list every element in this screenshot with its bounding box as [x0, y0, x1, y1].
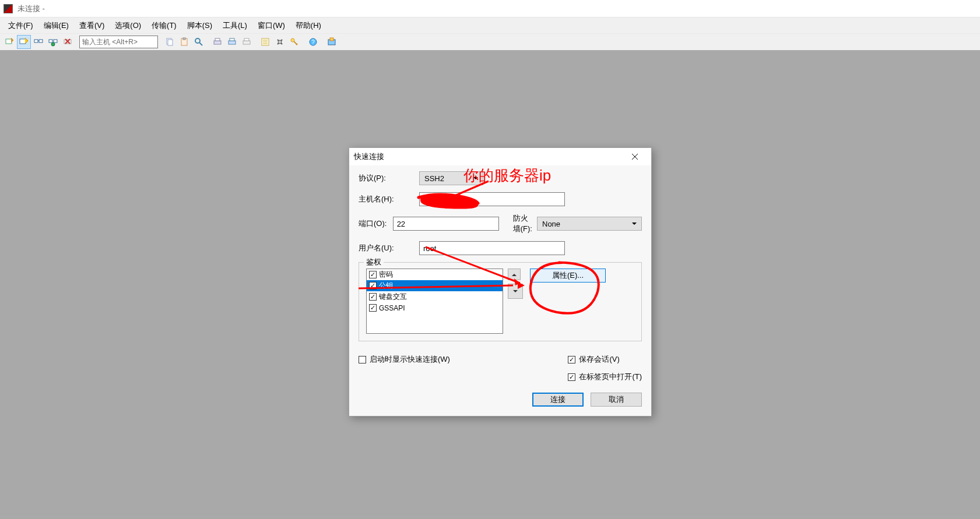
firewall-value: None: [542, 220, 560, 228]
svg-rect-14: [215, 38, 220, 41]
app-icon: [3, 4, 13, 13]
save-session-label: 保存会话(V): [579, 354, 619, 365]
checkbox-icon: [568, 356, 575, 363]
connect-label: 连接: [550, 394, 565, 405]
menu-view[interactable]: 查看(V): [75, 18, 109, 33]
label-username: 用户名(U):: [359, 243, 419, 253]
auth-method-list[interactable]: 密码公钥键盘交互GSSAPI: [366, 269, 503, 334]
svg-rect-17: [243, 41, 250, 44]
menu-help[interactable]: 帮助(H): [291, 18, 326, 33]
print-screen-icon[interactable]: [225, 35, 239, 49]
auth-item-label: 键盘交互: [379, 292, 407, 302]
firewall-dropdown[interactable]: None: [537, 217, 642, 231]
connect-button[interactable]: 连接: [532, 393, 584, 407]
show-on-start-checkbox[interactable]: 启动时显示快速连接(W): [359, 354, 450, 365]
label-protocol: 协议(P):: [359, 173, 419, 183]
paste-icon[interactable]: [177, 35, 191, 49]
svg-point-6: [51, 43, 55, 46]
checkbox-icon: [359, 356, 366, 363]
auth-item-3[interactable]: GSSAPI: [367, 302, 503, 313]
svg-point-12: [195, 38, 200, 43]
open-in-tab-checkbox[interactable]: 在标签页中打开(T): [568, 372, 642, 382]
protocol-value: SSH2: [424, 174, 444, 183]
dialog-titlebar[interactable]: 快速连接: [349, 148, 651, 165]
protocol-dropdown[interactable]: SSH2: [419, 171, 483, 185]
checkbox-icon: [568, 373, 575, 381]
port-input[interactable]: [393, 217, 499, 231]
auth-item-label: 公钥: [379, 281, 393, 291]
cancel-button[interactable]: 取消: [591, 393, 642, 407]
menu-option[interactable]: 选项(O): [110, 18, 146, 33]
copy-icon[interactable]: [163, 35, 177, 49]
menu-window[interactable]: 窗口(W): [253, 18, 290, 33]
menu-transfer[interactable]: 传输(T): [147, 18, 181, 33]
checkbox-icon[interactable]: [369, 271, 377, 278]
session-options-icon[interactable]: [258, 35, 272, 49]
window-titlebar: 未连接 -: [0, 0, 980, 17]
host-input[interactable]: 输入主机 <Alt+R>: [79, 36, 158, 48]
auth-item-2[interactable]: 键盘交互: [367, 291, 503, 302]
menubar: 文件(F) 编辑(E) 查看(V) 选项(O) 传输(T) 脚本(S) 工具(L…: [0, 17, 980, 34]
properties-button[interactable]: 属性(E)...: [530, 269, 606, 283]
svg-text:?: ?: [311, 39, 315, 45]
checkbox-icon[interactable]: [369, 304, 377, 312]
key-agent-icon[interactable]: [287, 35, 301, 49]
checkbox-icon[interactable]: [369, 293, 377, 301]
svg-rect-15: [229, 41, 236, 44]
print-selection-icon[interactable]: [240, 35, 254, 49]
print-icon[interactable]: [210, 35, 224, 49]
svg-rect-11: [183, 38, 185, 40]
help-icon[interactable]: ?: [306, 35, 320, 49]
auth-item-label: GSSAPI: [379, 304, 405, 312]
close-icon[interactable]: [623, 150, 647, 164]
window-title: 未连接 -: [17, 3, 45, 14]
dialog-title: 快速连接: [354, 151, 384, 162]
svg-rect-5: [54, 40, 57, 43]
auth-item-1[interactable]: 公钥: [367, 280, 503, 291]
svg-rect-9: [168, 40, 173, 45]
username-input[interactable]: [419, 241, 565, 255]
auth-item-label: 密码: [379, 270, 393, 280]
menu-script[interactable]: 脚本(S): [182, 18, 217, 33]
show-on-start-label: 启动时显示快速连接(W): [370, 354, 450, 365]
label-firewall: 防火墙(F):: [513, 213, 532, 234]
find-icon[interactable]: [192, 35, 206, 49]
move-up-button[interactable]: [508, 269, 521, 280]
checkbox-icon[interactable]: [369, 282, 377, 289]
svg-rect-0: [6, 39, 12, 44]
quick-connect-icon[interactable]: [17, 35, 31, 49]
menu-tools[interactable]: 工具(L): [218, 18, 252, 33]
reconnect-icon[interactable]: [46, 35, 60, 49]
svg-rect-1: [20, 39, 26, 44]
svg-rect-16: [230, 38, 234, 41]
open-in-tab-label: 在标签页中打开(T): [579, 372, 642, 382]
svg-rect-4: [49, 40, 52, 43]
quick-connect-dialog: 快速连接 协议(P): SSH2 主机名(H): 端口(O): 防火墙(F):: [349, 147, 652, 416]
label-hostname: 主机名(H):: [359, 194, 419, 204]
auth-fieldset: 鉴权 密码公钥键盘交互GSSAPI 属性(E)...: [359, 262, 642, 341]
disconnect-icon[interactable]: [61, 35, 75, 49]
move-down-button[interactable]: [508, 284, 523, 299]
svg-rect-25: [330, 38, 333, 41]
hostname-input[interactable]: [419, 192, 565, 206]
toolbar: 输入主机 <Alt+R> ?: [0, 34, 980, 50]
svg-rect-18: [244, 38, 249, 41]
svg-rect-2: [34, 40, 38, 43]
global-options-icon[interactable]: [273, 35, 287, 49]
label-auth-group: 鉴权: [364, 257, 384, 267]
properties-label: 属性(E)...: [552, 270, 584, 281]
save-session-checkbox[interactable]: 保存会话(V): [568, 354, 619, 365]
client-area: 快速连接 协议(P): SSH2 主机名(H): 端口(O): 防火墙(F):: [0, 50, 980, 519]
svg-rect-3: [39, 40, 43, 43]
new-session-icon[interactable]: [2, 35, 16, 49]
auth-item-0[interactable]: 密码: [367, 269, 503, 280]
label-port: 端口(O):: [359, 218, 393, 229]
svg-rect-13: [214, 41, 221, 44]
connect-bar-icon[interactable]: [31, 35, 45, 49]
securefx-icon[interactable]: [325, 35, 339, 49]
menu-edit[interactable]: 编辑(E): [39, 18, 73, 33]
dialog-body: 协议(P): SSH2 主机名(H): 端口(O): 防火墙(F): None …: [349, 165, 651, 416]
cancel-label: 取消: [609, 394, 624, 405]
menu-file[interactable]: 文件(F): [3, 18, 38, 33]
svg-point-20: [278, 40, 282, 44]
